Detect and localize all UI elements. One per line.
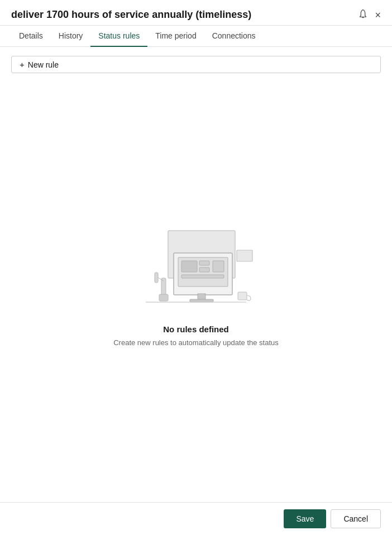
tabs-bar: Details History Status rules Time period…: [0, 26, 392, 47]
empty-state-title: No rules defined: [163, 324, 229, 334]
svg-rect-10: [237, 250, 252, 261]
empty-illustration: [135, 219, 257, 311]
tab-history[interactable]: History: [51, 26, 91, 47]
svg-rect-7: [181, 275, 224, 278]
tab-time-period[interactable]: Time period: [147, 26, 204, 47]
new-rule-label: New rule: [28, 60, 59, 69]
svg-rect-4: [199, 261, 209, 265]
empty-state: No rules defined Create new rules to aut…: [11, 73, 381, 493]
header-actions: ×: [358, 9, 381, 21]
content-area: + New rule: [0, 47, 392, 502]
save-button[interactable]: Save: [284, 509, 326, 528]
svg-rect-15: [238, 292, 247, 300]
svg-rect-12: [155, 273, 158, 283]
dialog-footer: Save Cancel: [0, 502, 392, 535]
tab-connections[interactable]: Connections: [204, 26, 264, 47]
empty-state-subtitle: Create new rules to automatically update…: [113, 338, 279, 347]
svg-rect-8: [198, 294, 205, 299]
svg-rect-6: [213, 261, 224, 272]
tab-details[interactable]: Details: [11, 26, 51, 47]
bell-icon[interactable]: [358, 9, 368, 21]
plus-icon: +: [20, 60, 25, 69]
new-rule-button[interactable]: + New rule: [11, 56, 381, 73]
dialog-title: deliver 1700 hours of service annually (…: [11, 9, 251, 21]
svg-rect-14: [159, 294, 168, 301]
cancel-button[interactable]: Cancel: [331, 509, 381, 528]
svg-rect-3: [181, 261, 197, 272]
svg-rect-5: [199, 268, 209, 272]
dialog: deliver 1700 hours of service annually (…: [0, 0, 392, 535]
tab-status-rules[interactable]: Status rules: [90, 26, 147, 47]
close-icon[interactable]: ×: [375, 10, 381, 20]
dialog-header: deliver 1700 hours of service annually (…: [0, 0, 392, 26]
